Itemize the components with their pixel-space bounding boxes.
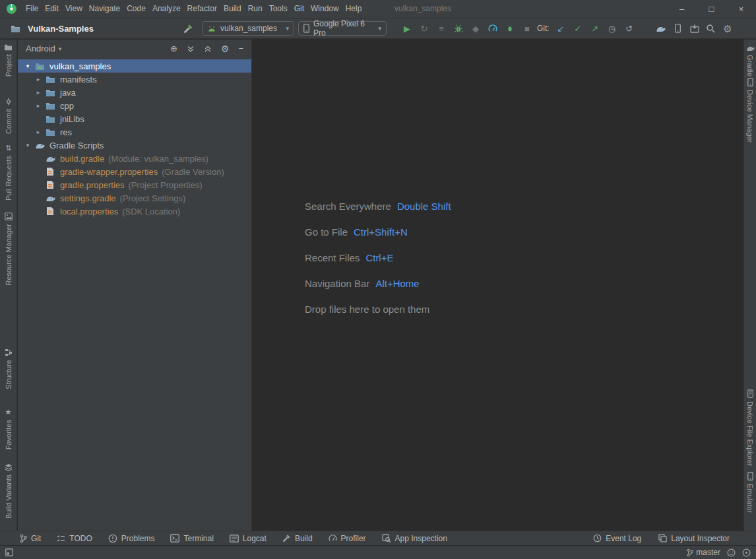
tool-stripe-resource-manager[interactable]: Resource Manager — [0, 213, 16, 286]
tool-stripe-favorites[interactable]: ★ Favorites — [0, 408, 16, 449]
gradle-sync-icon[interactable] — [654, 22, 667, 35]
run-button[interactable]: ▶ — [400, 22, 414, 35]
tree-item-gradle-properties[interactable]: gradle.properties (Project Properties) — [18, 178, 251, 191]
tree-item-cpp[interactable]: ▸ cpp — [18, 99, 251, 112]
run-config-select[interactable]: vulkan_samples ▾ — [202, 21, 294, 36]
tool-stripe-label: Commit — [5, 109, 13, 134]
chevron-right-icon[interactable]: ▸ — [33, 129, 44, 135]
menu-tools[interactable]: Tools — [266, 0, 291, 18]
tree-item-local-properties[interactable]: local.properties (SDK Location) — [18, 205, 251, 218]
collapse-all-icon[interactable] — [204, 45, 212, 53]
gradle-file-icon — [44, 195, 57, 202]
device-manager-icon[interactable] — [671, 22, 684, 35]
tree-item-gradle-scripts[interactable]: ▾ Gradle Scripts — [18, 139, 251, 152]
apply-code-changes-icon[interactable]: ≡ — [435, 22, 448, 35]
menu-refactor[interactable]: Refactor — [184, 0, 220, 18]
tool-window-switcher-icon[interactable] — [5, 548, 13, 556]
select-opened-file-icon[interactable]: ⊕ — [170, 44, 177, 53]
tool-stripe-commit[interactable]: Commit — [0, 98, 16, 134]
tool-stripe-project[interactable]: Project — [0, 44, 16, 77]
apply-changes-icon[interactable]: ↻ — [418, 22, 431, 35]
tool-stripe-build-variants[interactable]: Build Variants — [0, 463, 16, 519]
menu-build[interactable]: Build — [220, 0, 245, 18]
tool-window-button-layout-inspector[interactable]: Layout Inspector — [658, 534, 730, 543]
toolbar-right-group: ⚙ — [702, 18, 736, 38]
shortcut-label: Navigation Bar — [305, 278, 369, 289]
tool-window-button-profiler[interactable]: Profiler — [329, 534, 366, 543]
tool-window-button-label: App Inspection — [395, 534, 447, 543]
tool-window-button-git[interactable]: Git — [20, 534, 41, 543]
tool-window-button-todo[interactable]: TODO — [57, 534, 92, 543]
tool-stripe-pull-requests[interactable]: ⇅ Pull Requests — [0, 144, 16, 201]
tool-window-button-problems[interactable]: Problems — [108, 534, 155, 543]
tree-item-manifests[interactable]: ▸ manifests — [18, 73, 251, 86]
tool-window-button-terminal[interactable]: Terminal — [170, 534, 213, 543]
tool-window-button-event-log[interactable]: Event Log — [593, 534, 641, 543]
gradle-icon — [33, 142, 46, 149]
search-icon[interactable] — [704, 22, 717, 35]
tree-item-res[interactable]: ▸ res — [18, 125, 251, 139]
menu-help[interactable]: Help — [342, 0, 365, 18]
notifications-icon[interactable] — [727, 548, 736, 557]
tree-item-gradle-wrapper-properties[interactable]: gradle-wrapper.properties (Gradle Versio… — [18, 165, 251, 178]
properties-file-icon — [44, 207, 57, 216]
menu-window[interactable]: Window — [307, 0, 342, 18]
menu-view[interactable]: View — [62, 0, 86, 18]
chevron-right-icon[interactable]: ▸ — [33, 89, 44, 96]
project-widget[interactable]: Vulkan-Samples — [7, 18, 94, 38]
sdk-manager-icon[interactable] — [688, 22, 701, 35]
git-update-icon[interactable]: ↙ — [554, 22, 567, 35]
git-rollback-icon[interactable]: ↺ — [623, 22, 636, 35]
debug-button[interactable] — [452, 22, 465, 35]
tool-window-button-build[interactable]: Build — [282, 534, 313, 543]
git-branch-name: master — [696, 548, 720, 557]
device-select[interactable]: Google Pixel 6 Pro ▾ — [298, 21, 387, 36]
panel-settings-gear-icon[interactable]: ⚙ — [221, 44, 230, 53]
project-view-selector[interactable]: Android ▾ — [26, 44, 61, 53]
tree-item-build-gradle[interactable]: build.gradle (Module: vulkan_samples) — [18, 152, 251, 165]
chevron-right-icon[interactable]: ▸ — [33, 76, 44, 82]
menu-analyze[interactable]: Analyze — [149, 0, 184, 18]
menu-navigate[interactable]: Navigate — [86, 0, 123, 18]
tool-stripe-device-file-explorer[interactable]: Device File Explorer — [744, 389, 756, 466]
editor-area[interactable]: Search Everywhere Double Shift Go to Fil… — [253, 40, 743, 531]
settings-gear-icon[interactable]: ⚙ — [721, 22, 734, 35]
git-history-icon[interactable]: ◷ — [606, 22, 619, 35]
tool-stripe-device-manager[interactable]: Device Manager — [744, 78, 756, 143]
git-push-icon[interactable]: ↗ — [588, 22, 602, 35]
run-with-coverage-icon[interactable]: ◆ — [469, 22, 482, 35]
menu-code[interactable]: Code — [123, 0, 149, 18]
hide-panel-icon[interactable]: − — [238, 44, 243, 53]
tool-window-button-logcat[interactable]: Logcat — [230, 534, 267, 543]
tool-stripe-emulator[interactable]: Emulator — [744, 472, 756, 513]
maximize-button[interactable]: □ — [697, 0, 726, 18]
chevron-down-icon: ▾ — [59, 46, 62, 52]
tool-stripe-gradle[interactable]: Gradle — [744, 45, 756, 77]
tree-item-jniLibs[interactable]: jniLibs — [18, 112, 251, 125]
git-branch-widget[interactable]: master — [687, 548, 720, 557]
chevron-down-icon[interactable]: ▾ — [22, 142, 33, 148]
tool-stripe-label: Device File Explorer — [746, 401, 754, 466]
tree-item-java[interactable]: ▸ java — [18, 86, 251, 99]
menu-git[interactable]: Git — [291, 0, 307, 18]
menu-edit[interactable]: Edit — [42, 0, 62, 18]
build-hammer-icon[interactable] — [181, 22, 195, 35]
ide-errors-icon[interactable] — [742, 548, 751, 557]
chevron-right-icon[interactable]: ▸ — [33, 102, 44, 109]
expand-all-icon[interactable] — [187, 45, 195, 53]
tool-stripe-structure[interactable]: Structure — [0, 348, 16, 389]
close-button[interactable]: × — [726, 0, 756, 18]
git-commit-icon[interactable]: ✓ — [571, 22, 584, 35]
chevron-down-icon[interactable]: ▾ — [22, 63, 33, 69]
menu-run[interactable]: Run — [245, 0, 266, 18]
attach-debugger-icon[interactable] — [503, 22, 517, 35]
profile-app-icon[interactable] — [486, 22, 499, 35]
tree-item-vulkan_samples[interactable]: ▾ vulkan_samples — [18, 59, 251, 73]
minimize-button[interactable]: – — [667, 0, 697, 18]
menu-file[interactable]: File — [22, 0, 42, 18]
tree-item-label: build.gradle — [57, 154, 104, 164]
tree-item-settings-gradle[interactable]: settings.gradle (Project Settings) — [18, 191, 251, 205]
logcat-icon — [230, 535, 239, 543]
tool-window-button-app-inspection[interactable]: App Inspection — [382, 534, 447, 543]
stop-button[interactable]: ■ — [520, 22, 534, 35]
